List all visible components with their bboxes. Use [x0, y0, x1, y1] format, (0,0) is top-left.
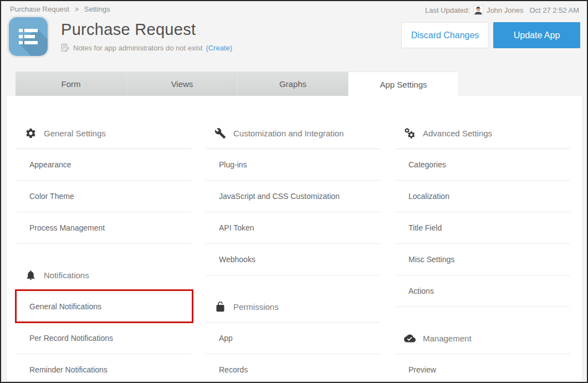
section-title: Advanced Settings — [423, 129, 492, 138]
gears-icon — [404, 127, 416, 139]
page-title: Purchase Request — [61, 21, 401, 39]
update-app-button[interactable]: Update App — [493, 22, 580, 48]
section-notifications: NotificationsGeneral NotificationsPer Re… — [16, 260, 191, 381]
app-header: Purchase Request Notes for app administr… — [1, 16, 587, 72]
settings-item-appearance[interactable]: Appearance — [16, 149, 191, 181]
settings-item-actions[interactable]: Actions — [395, 275, 570, 307]
section-title: Permissions — [233, 302, 279, 311]
section-title: Customization and Integration — [233, 129, 344, 138]
cloud-check-icon — [404, 333, 416, 344]
settings-column-2: Customization and IntegrationPlug-insJav… — [206, 96, 381, 381]
section-heading-customization-and-integration: Customization and Integration — [206, 118, 381, 149]
tab-graphs[interactable]: Graphs — [237, 72, 348, 96]
section-general-settings: General SettingsAppearanceColor ThemePro… — [16, 118, 191, 244]
section-title: General Settings — [44, 129, 106, 138]
bell-icon — [25, 269, 37, 281]
settings-item-records[interactable]: Records — [206, 354, 381, 381]
section-heading-general-settings: General Settings — [16, 118, 191, 149]
breadcrumb: Purchase Request > Settings — [10, 5, 114, 13]
discard-changes-button[interactable]: Discard Changes — [401, 22, 489, 48]
tab-form[interactable]: Form — [16, 72, 126, 96]
header-buttons: Discard Changes Update App — [401, 22, 580, 72]
last-updated-user: John Jones — [487, 6, 524, 14]
settings-item-misc-settings[interactable]: Misc Settings — [395, 244, 570, 275]
settings-item-general-notifications[interactable]: General Notifications — [16, 291, 191, 323]
section-customization-and-integration: Customization and IntegrationPlug-insJav… — [206, 118, 381, 275]
app-settings-panel: General SettingsAppearanceColor ThemePro… — [7, 96, 582, 381]
settings-item-preview[interactable]: Preview — [395, 354, 570, 381]
section-permissions: PermissionsAppRecords — [206, 292, 381, 381]
topbar: Purchase Request > Settings Last Updated… — [1, 1, 587, 16]
settings-item-webhooks[interactable]: Webhooks — [206, 244, 381, 275]
settings-item-process-management[interactable]: Process Management — [16, 212, 191, 244]
settings-item-color-theme[interactable]: Color Theme — [16, 181, 191, 212]
settings-item-app[interactable]: App — [206, 323, 381, 354]
section-title: Notifications — [44, 270, 89, 280]
tab-bar: FormViewsGraphsApp Settings — [16, 72, 587, 96]
highlight-annotation — [15, 289, 193, 323]
section-title: Management — [423, 334, 472, 343]
app-icon — [9, 17, 48, 56]
breadcrumb-separator: > — [75, 5, 79, 13]
last-updated: Last Updated: John Jones Oct 27 2:52 AM — [425, 5, 579, 15]
settings-column-1: General SettingsAppearanceColor ThemePro… — [16, 96, 191, 381]
section-heading-management: Management — [395, 323, 570, 354]
settings-item-reminder-notifications[interactable]: Reminder Notifications — [16, 354, 191, 381]
settings-item-per-record-notifications[interactable]: Per Record Notifications — [16, 323, 191, 354]
admin-notes-line: Notes for app administrators do not exis… — [61, 43, 401, 52]
header-text: Purchase Request Notes for app administr… — [61, 17, 401, 72]
app-settings-page: Purchase Request > Settings Last Updated… — [0, 0, 588, 383]
section-heading-notifications: Notifications — [16, 260, 191, 291]
settings-item-localization[interactable]: Localization — [395, 181, 570, 212]
settings-item-plug-ins[interactable]: Plug-ins — [206, 149, 381, 181]
section-management: ManagementPreview — [395, 323, 570, 381]
lock-open-icon — [214, 301, 226, 313]
section-heading-advanced-settings: Advanced Settings — [395, 118, 570, 149]
settings-item-javascript-and-css-customization[interactable]: JavaScript and CSS Customization — [206, 181, 381, 212]
settings-column-3: Advanced SettingsCategoriesLocalizationT… — [395, 96, 570, 381]
section-advanced-settings: Advanced SettingsCategoriesLocalizationT… — [395, 118, 570, 307]
settings-item-categories[interactable]: Categories — [395, 149, 570, 181]
tab-app-settings[interactable]: App Settings — [348, 72, 459, 96]
last-updated-time: Oct 27 2:52 AM — [529, 6, 579, 14]
section-heading-permissions: Permissions — [206, 292, 381, 323]
settings-item-api-token[interactable]: API Token — [206, 212, 381, 244]
settings-item-title-field[interactable]: Title Field — [395, 212, 570, 244]
last-updated-label: Last Updated: — [425, 6, 470, 14]
wrench-icon — [214, 127, 226, 139]
breadcrumb-app-link[interactable]: Purchase Request — [10, 5, 69, 13]
admin-notes-text: Notes for app administrators do not exis… — [73, 44, 202, 52]
note-edit-icon — [61, 43, 70, 52]
tab-views[interactable]: Views — [126, 72, 237, 96]
breadcrumb-current-page: Settings — [84, 5, 110, 13]
create-notes-link[interactable]: (Create) — [206, 44, 232, 52]
avatar — [473, 5, 483, 15]
gear-icon — [25, 127, 37, 139]
